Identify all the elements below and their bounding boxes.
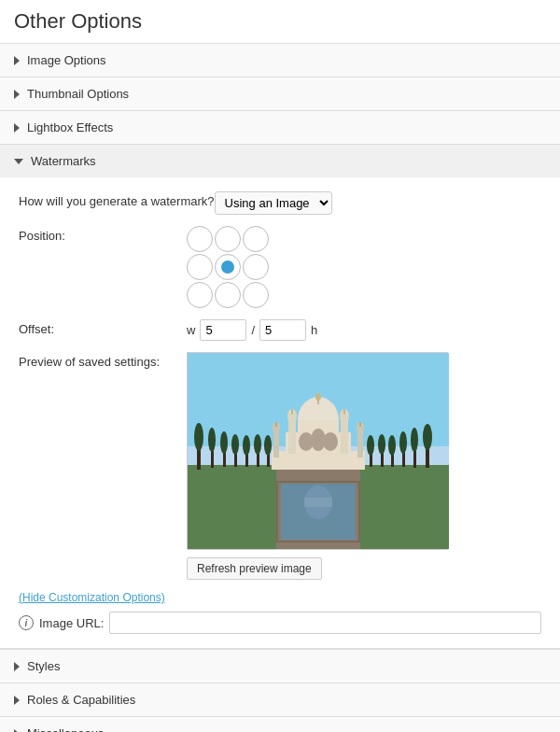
hide-customization-link[interactable]: (Hide Customization Options)	[19, 591, 541, 604]
preview-image-container	[187, 352, 448, 550]
chevron-right-icon	[14, 90, 20, 99]
grid-cell-8[interactable]	[243, 282, 269, 308]
svg-point-24	[378, 434, 385, 455]
refresh-preview-button[interactable]: Refresh preview image	[187, 557, 322, 580]
svg-rect-53	[359, 422, 361, 427]
accordion-label-lightbox-effects: Lightbox Effects	[27, 120, 113, 134]
accordion-header-watermarks[interactable]: Watermarks	[0, 145, 560, 177]
svg-point-28	[399, 431, 407, 454]
chevron-right-icon	[14, 56, 20, 65]
accordion-header-styles[interactable]: Styles	[0, 650, 560, 683]
position-grid	[187, 226, 541, 308]
hide-customization-row: (Hide Customization Options)	[19, 591, 541, 604]
page-wrapper: Other Options Image Options Thumbnail Op…	[0, 0, 560, 732]
svg-rect-6	[360, 465, 449, 549]
position-grid-container	[187, 226, 541, 308]
page-title: Other Options	[0, 0, 560, 44]
offset-h-label: h	[311, 323, 317, 337]
accordion-label-image-options: Image Options	[27, 53, 106, 67]
accordion-label-styles: Styles	[27, 659, 60, 673]
chevron-right-icon	[14, 729, 20, 733]
accordion-thumbnail-options: Thumbnail Options	[0, 77, 560, 111]
preview-control: Refresh preview image	[187, 352, 541, 580]
chevron-down-icon	[14, 159, 23, 164]
grid-cell-0[interactable]	[187, 226, 213, 252]
svg-rect-44	[291, 409, 293, 415]
accordion-header-thumbnail-options[interactable]: Thumbnail Options	[0, 77, 560, 110]
svg-point-16	[243, 435, 250, 456]
accordion-image-options: Image Options	[0, 44, 560, 77]
accordion-roles: Roles & Capabilities	[0, 683, 560, 717]
image-url-row: i Image URL:	[19, 612, 541, 634]
accordion-body-watermarks: How will you generate a watermark? Using…	[0, 177, 560, 648]
svg-point-22	[367, 435, 374, 456]
svg-point-14	[231, 434, 239, 455]
accordion-header-roles[interactable]: Roles & Capabilities	[0, 683, 560, 716]
generate-label: How will you generate a watermark?	[19, 191, 215, 208]
grid-cell-6[interactable]	[187, 282, 213, 308]
accordion-lightbox-effects: Lightbox Effects	[0, 111, 560, 145]
offset-h-input[interactable]	[259, 319, 306, 341]
image-url-label: Image URL:	[39, 616, 104, 630]
generate-select[interactable]: Using an ImageUsing Text	[215, 191, 332, 215]
offset-label: Offset:	[19, 319, 187, 336]
grid-cell-2[interactable]	[243, 226, 269, 252]
svg-point-26	[388, 435, 396, 456]
svg-point-20	[264, 435, 272, 456]
grid-cell-3[interactable]	[187, 254, 213, 280]
svg-point-38	[315, 393, 321, 401]
svg-point-18	[254, 434, 261, 455]
accordion-header-miscellaneous[interactable]: Miscellaneous	[0, 717, 560, 732]
svg-rect-5	[188, 465, 276, 549]
accordion-label-watermarks: Watermarks	[31, 154, 96, 168]
grid-cell-4[interactable]	[215, 254, 241, 280]
svg-point-41	[323, 432, 338, 451]
accordion-watermarks: Watermarks How will you generate a water…	[0, 145, 560, 649]
preview-image	[188, 353, 449, 549]
svg-point-8	[194, 423, 203, 451]
position-row: Position:	[19, 226, 541, 308]
accordion-label-miscellaneous: Miscellaneous	[27, 726, 104, 732]
svg-point-32	[423, 424, 432, 450]
position-label: Position:	[19, 226, 187, 243]
offset-inputs: w / h	[187, 319, 541, 341]
offset-slash: /	[251, 323, 255, 337]
generate-row: How will you generate a watermark? Using…	[19, 191, 541, 215]
preview-label: Preview of saved settings:	[19, 352, 187, 369]
svg-point-10	[208, 428, 216, 452]
offset-w-input[interactable]	[200, 319, 246, 341]
accordion-header-image-options[interactable]: Image Options	[0, 44, 560, 77]
grid-cell-7[interactable]	[215, 282, 241, 308]
info-icon: i	[19, 615, 34, 630]
chevron-right-icon	[14, 662, 20, 671]
taj-mahal-svg	[188, 353, 449, 549]
grid-cell-1[interactable]	[215, 226, 241, 252]
svg-rect-47	[343, 409, 345, 415]
svg-rect-48	[273, 429, 279, 458]
offset-row-container: Offset: w / h	[19, 319, 541, 341]
svg-point-12	[220, 431, 228, 454]
chevron-right-icon	[14, 123, 20, 133]
image-url-input[interactable]	[109, 612, 541, 634]
accordion-miscellaneous: Miscellaneous	[0, 717, 560, 732]
accordion-label-thumbnail-options: Thumbnail Options	[27, 87, 129, 101]
offset-control: w / h	[187, 319, 541, 341]
grid-cell-5[interactable]	[243, 254, 269, 280]
svg-rect-50	[275, 422, 277, 427]
generate-control: Using an ImageUsing Text	[215, 191, 541, 215]
preview-row: Preview of saved settings:	[19, 352, 541, 580]
svg-rect-56	[304, 498, 332, 507]
svg-rect-51	[357, 429, 363, 458]
svg-point-30	[411, 428, 418, 452]
chevron-right-icon	[14, 696, 20, 705]
accordion-label-roles: Roles & Capabilities	[27, 693, 135, 707]
offset-w-label: w	[187, 323, 195, 337]
accordion-header-lightbox-effects[interactable]: Lightbox Effects	[0, 111, 560, 144]
accordion-styles: Styles	[0, 649, 560, 683]
